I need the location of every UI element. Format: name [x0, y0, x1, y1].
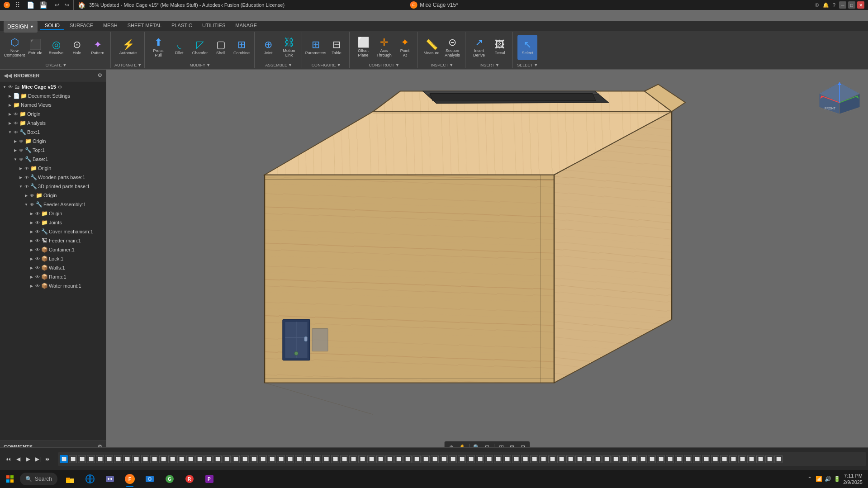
- timeline-item-75[interactable]: ⬜: [729, 455, 737, 463]
- volume-icon[interactable]: 🔊: [823, 474, 832, 483]
- timeline-item-58[interactable]: ⬜: [575, 455, 583, 463]
- timeline-item-53[interactable]: ⬜: [530, 455, 538, 463]
- taskbar-app-explorer[interactable]: [61, 470, 79, 488]
- tree-item-container[interactable]: ▶ 👁 📦 Container:1: [0, 245, 106, 254]
- timeline-item-71[interactable]: ⬜: [693, 455, 701, 463]
- timeline-item-6[interactable]: ⬜: [105, 455, 113, 463]
- save-icon[interactable]: 💾: [38, 0, 48, 10]
- eye-icon-ramp[interactable]: 👁: [34, 274, 41, 280]
- taskbar-app-fusion[interactable]: F: [121, 470, 139, 488]
- timeline-item-46[interactable]: ⬜: [467, 455, 475, 463]
- timeline-item-33[interactable]: ⬜: [349, 455, 357, 463]
- viewport[interactable]: FRONT ⊕ ✋ 🔍 ⊡ ◫ ⊞ ⊟ ⤢: [106, 70, 868, 465]
- eye-icon-origin[interactable]: 👁: [13, 111, 19, 117]
- eye-icon-wooden[interactable]: 👁: [24, 174, 30, 180]
- tree-item-ramp[interactable]: ▶ 👁 📦 Ramp:1: [0, 272, 106, 281]
- redo-button[interactable]: ↪: [62, 0, 71, 9]
- eye-icon-top1[interactable]: 👁: [18, 147, 24, 153]
- timeline-item-38[interactable]: ⬜: [394, 455, 403, 463]
- section-analysis-button[interactable]: ⊝ SectionAnalysis: [442, 35, 462, 60]
- timeline-item-63[interactable]: ⬜: [621, 455, 629, 463]
- eye-icon-feeder-main[interactable]: 👁: [34, 237, 41, 244]
- inspect-label[interactable]: INSPECT▼: [431, 63, 453, 67]
- fillet-button[interactable]: ◟ Fillet: [169, 35, 189, 60]
- eye-icon-walls[interactable]: 👁: [34, 265, 41, 271]
- timeline-item-73[interactable]: ⬜: [711, 455, 719, 463]
- timeline-item-17[interactable]: ⬜: [204, 455, 213, 463]
- timeline-item-67[interactable]: ⬜: [657, 455, 665, 463]
- eye-icon-box1[interactable]: 👁: [13, 129, 19, 135]
- start-button[interactable]: [0, 470, 20, 488]
- taskbar-app-chat[interactable]: [101, 470, 119, 488]
- timeline-item-43[interactable]: ⬜: [440, 455, 448, 463]
- eye-icon-cover[interactable]: 👁: [34, 228, 41, 235]
- tree-item-box1[interactable]: ▼ 👁 🔧 Box:1: [0, 128, 106, 137]
- timeline-item-3[interactable]: ⬜: [78, 455, 86, 463]
- new-component-button[interactable]: ⬡ NewComponent: [5, 35, 24, 60]
- timeline-item-19[interactable]: ⬜: [223, 455, 231, 463]
- account-icon[interactable]: ①: [815, 2, 819, 8]
- timeline-item-1[interactable]: ⬜: [60, 455, 68, 463]
- new-file-icon[interactable]: 📄: [25, 0, 35, 10]
- tree-item-analysis[interactable]: ▶ 👁 📁 Analysis: [0, 118, 106, 128]
- timeline-item-2[interactable]: ⬜: [69, 455, 77, 463]
- timeline-item-60[interactable]: ⬜: [593, 455, 602, 463]
- tree-item-top1[interactable]: ▶ 👁 🔧 Top:1: [0, 146, 106, 155]
- tree-item-feeder-main[interactable]: ▶ 👁 🏗 Feeder main:1: [0, 236, 106, 245]
- insert-label[interactable]: INSERT▼: [479, 63, 499, 67]
- offset-plane-button[interactable]: ⬜ OffsetPlane: [353, 35, 373, 60]
- step-forward-button[interactable]: ▶|: [33, 455, 43, 464]
- timeline-item-56[interactable]: ⬜: [557, 455, 565, 463]
- timeline-item-14[interactable]: ⬜: [177, 455, 185, 463]
- tree-item-printed-origin[interactable]: ▶ 👁 📁 Origin: [0, 191, 106, 200]
- network-icon[interactable]: 📶: [814, 474, 823, 483]
- timeline-item-23[interactable]: ⬜: [259, 455, 267, 463]
- step-forward-end-button[interactable]: ⏭: [43, 455, 52, 464]
- create-label[interactable]: CREATE▼: [46, 63, 67, 67]
- timeline-item-68[interactable]: ⬜: [666, 455, 674, 463]
- show-hidden-icons[interactable]: ⌃: [805, 474, 814, 483]
- play-button[interactable]: ▶: [24, 455, 33, 464]
- timeline-item-51[interactable]: ⬜: [512, 455, 520, 463]
- timeline-item-57[interactable]: ⬜: [566, 455, 574, 463]
- shell-button[interactable]: ▢ Shell: [211, 35, 231, 60]
- timeline-item-27[interactable]: ⬜: [295, 455, 303, 463]
- battery-icon[interactable]: 🔋: [832, 474, 841, 483]
- tree-item-wooden-parts[interactable]: ▶ 👁 🔧 Wooden parts base:1: [0, 173, 106, 182]
- extrude-button[interactable]: ⬛ Extrude: [25, 35, 45, 60]
- insert-derive-button[interactable]: ↗ InsertDerive: [469, 35, 489, 60]
- tree-item-named-views[interactable]: ▶ 📁 Named Views: [0, 100, 106, 109]
- tab-solid[interactable]: SOLID: [40, 22, 64, 30]
- tab-utilities[interactable]: UTILITIES: [198, 22, 230, 30]
- timeline-strip[interactable]: ⬜ ⬜ ⬜ ⬜ ⬜ ⬜ ⬜ ⬜ ⬜ ⬜ ⬜ ⬜ ⬜ ⬜ ⬜ ⬜ ⬜ ⬜ ⬜ ⬜ …: [58, 452, 866, 466]
- timeline-item-5[interactable]: ⬜: [96, 455, 104, 463]
- timeline-item-12[interactable]: ⬜: [159, 455, 167, 463]
- eye-icon-box-origin[interactable]: 👁: [18, 138, 24, 144]
- automate-button[interactable]: ⚡ Automate: [118, 35, 138, 60]
- tree-item-feeder-origin[interactable]: ▶ 👁 📁 Origin: [0, 209, 106, 218]
- timeline-item-24[interactable]: ⬜: [268, 455, 276, 463]
- home-button[interactable]: 🏠: [76, 0, 86, 10]
- timeline-item-10[interactable]: ⬜: [141, 455, 149, 463]
- timeline-item-30[interactable]: ⬜: [322, 455, 330, 463]
- timeline-item-40[interactable]: ⬜: [413, 455, 421, 463]
- maximize-button[interactable]: □: [848, 1, 855, 9]
- decal-button[interactable]: 🖼 Decal: [490, 35, 510, 60]
- eye-icon-feeder-assembly[interactable]: 👁: [29, 201, 35, 208]
- taskbar-search[interactable]: 🔍 Search: [20, 473, 57, 485]
- timeline-item-77[interactable]: ⬜: [747, 455, 755, 463]
- eye-icon-container[interactable]: 👁: [34, 246, 41, 253]
- timeline-item-28[interactable]: ⬜: [304, 455, 312, 463]
- timeline-item-49[interactable]: ⬜: [494, 455, 502, 463]
- automate-label[interactable]: AUTOMATE▼: [114, 63, 142, 67]
- view-cube[interactable]: FRONT: [815, 73, 864, 114]
- assemble-label[interactable]: ASSEMBLE▼: [265, 63, 292, 67]
- browser-settings-icon[interactable]: ⚙: [98, 72, 102, 78]
- notification-icon[interactable]: 🔔: [823, 2, 829, 8]
- tab-sheet-metal[interactable]: SHEET METAL: [123, 22, 166, 30]
- timeline-item-21[interactable]: ⬜: [241, 455, 249, 463]
- taskbar-app-misc1[interactable]: P: [200, 470, 218, 488]
- tree-item-box-origin[interactable]: ▶ 👁 📁 Origin: [0, 137, 106, 146]
- timeline-item-72[interactable]: ⬜: [702, 455, 710, 463]
- eye-icon-lock[interactable]: 👁: [34, 256, 41, 262]
